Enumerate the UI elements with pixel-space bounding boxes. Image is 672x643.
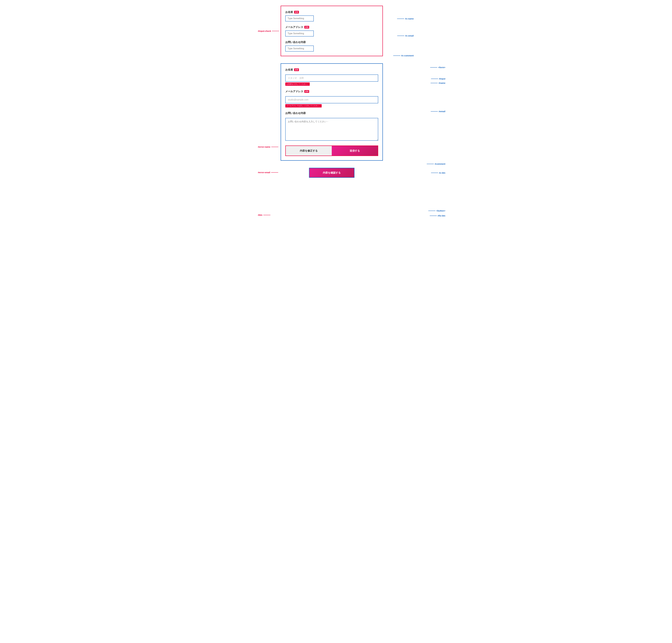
- field-name-form: お名前 必須 お名前を入力してください。: [285, 68, 378, 86]
- label-comment-check: お問い合わせ内容: [285, 40, 306, 44]
- annotation-button-tag: <button>: [428, 209, 445, 212]
- error-email-msg: メールアドレスを正しく入力してください。: [285, 104, 322, 107]
- required-badge-email: 必須: [304, 26, 309, 28]
- input-check-section: #c-name #c-email #c-comment お名前 必須: [280, 6, 383, 56]
- annotation-c-comment: #c-comment: [393, 54, 414, 57]
- comment-textarea[interactable]: [285, 118, 378, 141]
- annotation-form: <form>: [430, 66, 445, 69]
- required-badge-name: 必須: [294, 11, 299, 13]
- c-name-input[interactable]: [285, 15, 314, 22]
- submit-button[interactable]: 送信する: [332, 146, 378, 156]
- field-email-form: メールアドレス 必須 メールアドレスを正しく入力してください。: [285, 90, 378, 107]
- annotation-c-name: #c-name: [397, 17, 414, 20]
- label-email-check: メールアドレス: [285, 25, 303, 29]
- annotation-comment: #comment: [427, 163, 445, 165]
- confirm-button[interactable]: 内容を確認する: [310, 168, 354, 177]
- annotation-c-btn: #c-btn: [431, 172, 445, 174]
- label-name-check: お名前: [285, 10, 293, 14]
- name-input[interactable]: [285, 74, 378, 82]
- annotation-error-name: #error-name: [258, 146, 278, 148]
- email-input[interactable]: [285, 96, 378, 103]
- field-name-check: お名前 必須: [285, 10, 378, 22]
- error-name-msg: お名前を入力してください。: [285, 83, 310, 86]
- label-name-form: お名前: [285, 68, 293, 71]
- annotation-fix-btn: #fix-btn: [430, 215, 445, 217]
- fix-button[interactable]: 内容を修正する: [286, 146, 332, 156]
- field-comment-form: お問い合わせ内容: [285, 111, 378, 141]
- label-comment-form: お問い合わせ内容: [285, 111, 306, 115]
- form-section: お名前 必須 お名前を入力してください。 メールアドレス 必須 メールアドレスを…: [280, 63, 383, 161]
- annotation-email: #email: [431, 110, 445, 112]
- annotation-input: #input: [431, 77, 445, 80]
- button-row: 内容を修正する 送信する: [285, 145, 378, 156]
- confirm-btn-wrapper: 内容を確認する: [280, 168, 383, 178]
- confirm-btn-container: 内容を確認する: [309, 168, 355, 178]
- required-badge-name-form: 必須: [294, 69, 299, 71]
- field-comment-check: お問い合わせ内容: [285, 40, 378, 51]
- c-comment-input[interactable]: [285, 46, 314, 51]
- c-email-input[interactable]: [285, 31, 314, 36]
- annotation-c-email: #c-email: [397, 35, 414, 37]
- annotation-btn: #btn: [258, 214, 271, 216]
- annotation-input-check: #input-check: [258, 30, 279, 32]
- field-email-check: メールアドレス 必須: [285, 25, 378, 36]
- required-badge-email-form: 必須: [304, 90, 309, 93]
- label-email-form: メールアドレス: [285, 90, 303, 93]
- annotation-name: #name: [431, 82, 445, 84]
